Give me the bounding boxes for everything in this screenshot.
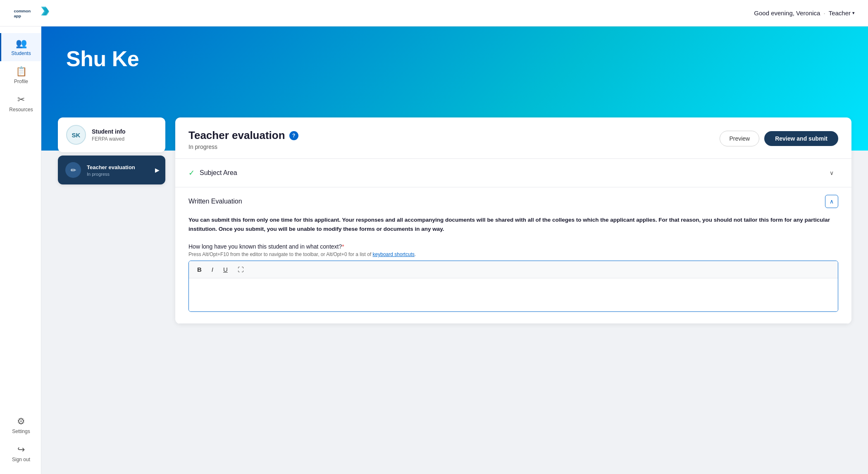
content-area: SK Student info FERPA waived ✏ Teacher e… — [41, 117, 868, 340]
nav-item-text: Teacher evaluation In progress — [87, 163, 135, 177]
subject-area-section: ✓ Subject Area ∨ — [175, 159, 851, 187]
keyboard-shortcuts-link[interactable]: keyboard shortcuts — [373, 251, 415, 257]
role-text: Teacher — [829, 10, 851, 17]
students-icon: 👥 — [16, 38, 27, 49]
sidebar-item-signout[interactable]: ↪ Sign out — [7, 439, 33, 467]
logo: common app — [13, 5, 50, 22]
subject-area-title: Subject Area — [200, 169, 237, 177]
sidebar-item-settings[interactable]: ⚙ Settings — [7, 411, 33, 439]
editor-container: B I U ⛶ — [188, 261, 838, 312]
top-navigation: common app Good evening, Veronica · Teac… — [0, 0, 868, 26]
form-title: Teacher evaluation ? — [188, 129, 298, 142]
form-title-area: Teacher evaluation ? In progress — [188, 129, 298, 150]
student-info-card[interactable]: SK Student info FERPA waived — [58, 117, 165, 152]
required-star: * — [342, 243, 344, 250]
main-content: Shu Ke SK Student info FERPA waived — [41, 26, 868, 340]
nav-item-label: Teacher evaluation — [87, 164, 135, 170]
student-name-heading: Shu Ke — [66, 46, 843, 71]
subject-area-header[interactable]: ✓ Subject Area ∨ — [175, 159, 851, 187]
sidebar-item-resources[interactable]: ✂ Resources — [0, 89, 41, 117]
info-icon[interactable]: ? — [289, 131, 298, 140]
question-text: How long have you known this student and… — [188, 243, 342, 250]
common-app-logo: common app — [13, 5, 50, 22]
svg-marker-3 — [43, 8, 49, 15]
form-title-text: Teacher evaluation — [188, 129, 285, 142]
written-eval-title: Written Evaluation — [188, 198, 242, 205]
sidebar-item-profile[interactable]: 📋 Profile — [0, 61, 41, 89]
sidebar-label-profile: Profile — [14, 79, 28, 84]
section-header-left: ✓ Subject Area — [188, 168, 237, 177]
editor-toolbar: B I U ⛶ — [189, 261, 838, 278]
student-initials: SK — [72, 132, 81, 139]
shortcut-hint: Press Alt/Opt+F10 from the editor to nav… — [188, 251, 838, 257]
sidebar-item-students[interactable]: 👥 Students — [0, 33, 41, 61]
warning-text: You can submit this form only one time f… — [188, 215, 838, 233]
sidebar-label-settings: Settings — [12, 429, 30, 434]
written-eval-header[interactable]: Written Evaluation ∧ — [175, 187, 851, 215]
right-panel: Teacher evaluation ? In progress Preview… — [175, 117, 851, 324]
app-layout: 👥 Students 📋 Profile ✂ Resources ⚙ Setti… — [0, 26, 868, 340]
sidebar-label-students: Students — [11, 50, 31, 56]
settings-icon: ⚙ — [17, 416, 25, 427]
shortcut-hint-suffix: . — [415, 251, 416, 257]
bold-button[interactable]: B — [194, 264, 205, 275]
left-panel: SK Student info FERPA waived ✏ Teacher e… — [58, 117, 165, 324]
sidebar-label-signout: Sign out — [12, 457, 30, 462]
role-dropdown[interactable]: Teacher ▾ — [829, 10, 855, 17]
student-info-text: Student info FERPA waived — [92, 128, 126, 142]
check-icon: ✓ — [188, 168, 195, 177]
signout-icon: ↪ — [17, 444, 25, 455]
student-info-subtitle: FERPA waived — [92, 136, 126, 142]
chevron-down-icon[interactable]: ∨ — [825, 166, 838, 180]
sidebar-label-resources: Resources — [9, 107, 33, 113]
sidebar-bottom: ⚙ Settings ↪ Sign out — [7, 411, 33, 467]
nav-item-status: In progress — [87, 172, 135, 177]
chevron-up-icon[interactable]: ∧ — [825, 195, 838, 208]
edit-icon: ✏ — [65, 162, 81, 178]
student-avatar: SK — [66, 125, 86, 145]
profile-icon: 📋 — [16, 66, 27, 77]
sidebar: 👥 Students 📋 Profile ✂ Resources ⚙ Setti… — [0, 26, 41, 474]
teacher-eval-nav-item[interactable]: ✏ Teacher evaluation In progress ▶ — [58, 156, 165, 184]
written-eval-header-left: Written Evaluation — [188, 198, 242, 205]
written-eval-body: You can submit this form only one time f… — [175, 215, 851, 323]
svg-text:common: common — [14, 8, 31, 13]
greeting-text: Good evening, Veronica — [754, 10, 820, 17]
preview-button[interactable]: Preview — [720, 131, 759, 146]
review-submit-button[interactable]: Review and submit — [764, 131, 838, 146]
separator: · — [823, 10, 825, 17]
svg-text:app: app — [14, 13, 21, 18]
written-evaluation-section: Written Evaluation ∧ You can submit this… — [175, 187, 851, 324]
form-header: Teacher evaluation ? In progress Preview… — [175, 117, 851, 159]
form-actions: Preview Review and submit — [720, 129, 838, 146]
fullscreen-button[interactable]: ⛶ — [234, 264, 247, 275]
underline-button[interactable]: U — [220, 264, 231, 275]
chevron-down-icon: ▾ — [852, 10, 855, 16]
student-info-name: Student info — [92, 128, 126, 135]
question-label: How long have you known this student and… — [188, 243, 838, 250]
resources-icon: ✂ — [17, 94, 25, 105]
arrow-right-icon: ▶ — [155, 167, 160, 173]
form-status: In progress — [188, 144, 298, 150]
user-info: Good evening, Veronica · Teacher ▾ — [754, 10, 855, 17]
shortcut-hint-prefix: Press Alt/Opt+F10 from the editor to nav… — [188, 251, 373, 257]
editor-body[interactable] — [189, 278, 838, 311]
italic-button[interactable]: I — [208, 264, 217, 275]
card-container: SK Student info FERPA waived ✏ Teacher e… — [58, 117, 851, 324]
